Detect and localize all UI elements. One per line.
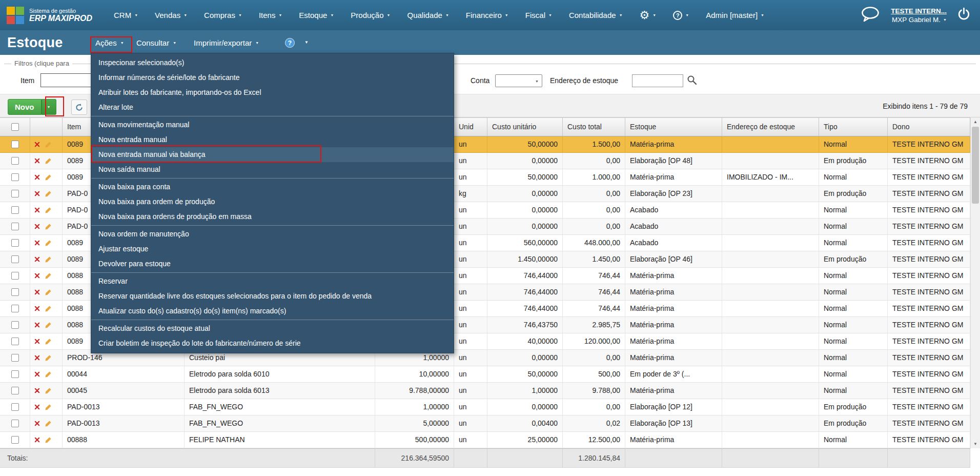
logout-power-icon[interactable] [957, 7, 971, 23]
menu-item-nova-ordem-de-manutencao[interactable]: Nova ordem de manutenção [91, 227, 454, 242]
menu-item-inspecionar-selecionado-s[interactable]: Inspecionar selecionado(s) [91, 55, 454, 70]
chat-icon[interactable] [860, 6, 881, 24]
menu-item-atualizar-custo-do-s-cadastro-s-do-s-item-[interactable]: Atualizar custo do(s) cadastro(s) do(s) … [91, 304, 454, 319]
edit-row-icon[interactable] [45, 437, 52, 444]
header-dono[interactable]: Dono [888, 117, 970, 136]
delete-row-icon[interactable] [34, 437, 40, 443]
novo-dropdown-button[interactable]: ▼ [42, 99, 56, 115]
edit-row-icon[interactable] [45, 256, 52, 263]
imprimir-exportar-menu-button[interactable]: Imprimir/exportar ▼ [194, 30, 259, 55]
edit-row-icon[interactable] [45, 354, 52, 362]
nav-help[interactable]: ? ▼ [673, 11, 689, 20]
user-company-link[interactable]: TESTE INTERN... [891, 7, 947, 15]
menu-item-reservar[interactable]: Reservar [91, 274, 454, 289]
delete-row-icon[interactable] [34, 371, 40, 377]
delete-row-icon[interactable] [34, 240, 40, 246]
menu-item-nova-movimentacao-manual[interactable]: Nova movimentação manual [91, 117, 454, 132]
edit-row-icon[interactable] [45, 420, 52, 427]
table-row[interactable]: PAD-0013FAB_FN_WEGO1,00000un0,000000,00E… [0, 399, 970, 415]
select-all-checkbox[interactable] [11, 123, 19, 131]
menu-item-atribuir-lotes-do-fabricante-importando-os[interactable]: Atribuir lotes do fabricante, importando… [91, 85, 454, 100]
scroll-down-arrow[interactable]: ▼ [971, 440, 980, 448]
row-checkbox[interactable] [11, 420, 19, 427]
nav-menu-qualidade[interactable]: Qualidade▼ [407, 11, 448, 19]
row-checkbox[interactable] [11, 272, 19, 280]
conta-select[interactable]: ▼ [495, 74, 542, 87]
row-checkbox[interactable] [11, 403, 19, 411]
row-checkbox[interactable] [11, 173, 19, 181]
brand[interactable]: Sistema de gestão ERP MAXIPROD [6, 6, 92, 25]
menu-item-informar-numeros-de-serie-lote-do-fabrican[interactable]: Informar números de série/lote do fabric… [91, 70, 454, 85]
table-row[interactable]: PAD-0013FAB_FN_WEGO5,00000un0,004000,02E… [0, 415, 970, 432]
nav-menu-crm[interactable]: CRM▼ [114, 11, 138, 19]
edit-row-icon[interactable] [45, 289, 52, 296]
header-custo_total[interactable]: Custo total [563, 117, 625, 136]
nav-menu-fiscal[interactable]: Fiscal▼ [525, 11, 552, 19]
delete-row-icon[interactable] [34, 355, 40, 361]
delete-row-icon[interactable] [34, 207, 40, 213]
delete-row-icon[interactable] [34, 191, 40, 196]
menu-item-recalcular-custos-do-estoque-atual[interactable]: Recalcular custos do estoque atual [91, 321, 454, 336]
menu-item-nova-baixa-para-ordens-de-producao-em-mass[interactable]: Nova baixa para ordens de produção em ma… [91, 209, 454, 224]
menu-item-nova-entrada-manual-via-balanca[interactable]: Nova entrada manual via balança [91, 147, 454, 162]
row-checkbox[interactable] [11, 436, 19, 444]
nav-menu-itens[interactable]: Itens▼ [259, 11, 282, 19]
edit-row-icon[interactable] [45, 371, 52, 378]
table-row[interactable]: 00888FELIPE NATHAN500,00000un25,0000012.… [0, 432, 970, 448]
refresh-button[interactable] [71, 100, 87, 115]
nav-admin-menu[interactable]: Admin [master] ▼ [706, 11, 764, 19]
consultar-menu-button[interactable]: Consultar ▼ [136, 30, 176, 55]
page-help-icon[interactable]: ? [285, 38, 295, 48]
menu-item-ajustar-estoque[interactable]: Ajustar estoque [91, 242, 454, 256]
nav-menu-estoque[interactable]: Estoque▼ [299, 11, 334, 19]
row-checkbox[interactable] [11, 157, 19, 165]
row-checkbox[interactable] [11, 223, 19, 230]
delete-row-icon[interactable] [34, 256, 40, 262]
row-checkbox[interactable] [11, 387, 19, 394]
header-custo_unitario[interactable]: Custo unitário [487, 117, 563, 136]
edit-row-icon[interactable] [45, 190, 52, 197]
nav-menu-producao[interactable]: Produção▼ [351, 11, 390, 19]
edit-row-icon[interactable] [45, 157, 52, 165]
menu-item-nova-saida-manual[interactable]: Nova saída manual [91, 162, 454, 177]
endereco-filter-input[interactable] [632, 74, 683, 87]
vertical-scrollbar[interactable]: ▲ ▼ [970, 117, 980, 448]
edit-row-icon[interactable] [45, 272, 52, 280]
row-checkbox[interactable] [11, 305, 19, 312]
edit-row-icon[interactable] [45, 240, 52, 247]
search-icon[interactable] [687, 75, 697, 87]
row-checkbox[interactable] [11, 321, 19, 329]
delete-row-icon[interactable] [34, 388, 40, 393]
menu-item-nova-baixa-para-conta[interactable]: Nova baixa para conta [91, 180, 454, 194]
row-checkbox[interactable] [11, 338, 19, 345]
row-checkbox[interactable] [11, 288, 19, 296]
delete-row-icon[interactable] [34, 421, 40, 426]
header-estoque[interactable]: Estoque [625, 117, 722, 136]
edit-row-icon[interactable] [45, 305, 52, 312]
scroll-thumb[interactable] [972, 127, 979, 204]
nav-menu-compras[interactable]: Compras▼ [204, 11, 242, 19]
delete-row-icon[interactable] [34, 339, 40, 344]
delete-row-icon[interactable] [34, 404, 40, 410]
more-menu-chevron-icon[interactable]: ▼ [304, 30, 309, 55]
delete-row-icon[interactable] [34, 306, 40, 311]
nav-settings[interactable]: ⚙ ▼ [640, 10, 657, 21]
novo-button[interactable]: Novo [8, 99, 42, 115]
menu-item-alterar-lote[interactable]: Alterar lote [91, 100, 454, 115]
delete-row-icon[interactable] [34, 158, 40, 164]
edit-row-icon[interactable] [45, 174, 52, 181]
row-checkbox[interactable] [11, 255, 19, 263]
row-checkbox[interactable] [11, 354, 19, 362]
menu-item-reservar-quantidade-livre-dos-estoques-sel[interactable]: Reservar quantidade livre dos estoques s… [91, 289, 454, 304]
edit-row-icon[interactable] [45, 223, 52, 230]
delete-row-icon[interactable] [34, 289, 40, 295]
scroll-up-arrow[interactable]: ▲ [971, 117, 980, 126]
header-unid[interactable]: Unid [454, 117, 487, 136]
edit-row-icon[interactable] [45, 387, 52, 394]
delete-row-icon[interactable] [34, 142, 40, 147]
row-checkbox[interactable] [11, 206, 19, 214]
header-endereco[interactable]: Endereço de estoque [722, 117, 819, 136]
edit-row-icon[interactable] [45, 141, 52, 148]
delete-row-icon[interactable] [34, 322, 40, 328]
user-menu[interactable]: TESTE INTERN... MXP Gabriel M. ▼ [891, 7, 947, 24]
